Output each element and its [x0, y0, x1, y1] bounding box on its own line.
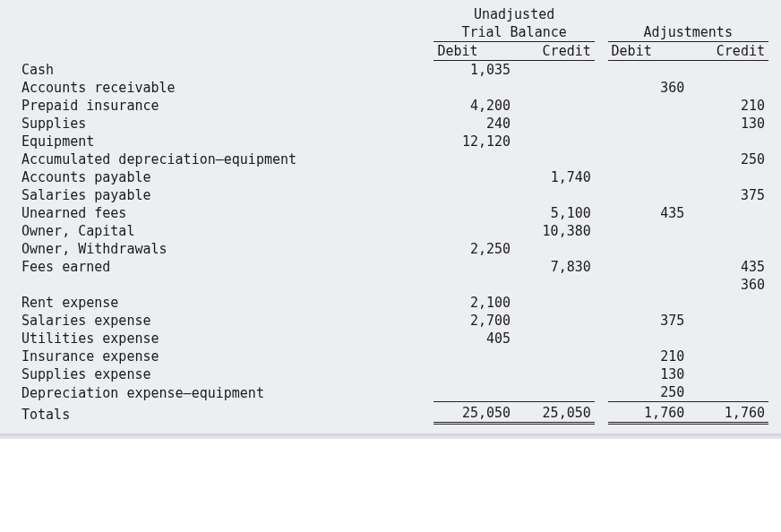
utb-debit	[433, 222, 514, 240]
utb-credit	[514, 97, 595, 115]
bottom-rule	[0, 433, 781, 439]
utb-credit	[514, 133, 595, 150]
account-name: Owner, Capital	[18, 222, 433, 240]
account-name: Utilities expense	[18, 330, 433, 348]
adj-debit	[608, 222, 689, 240]
table-row: Cash1,035	[18, 61, 768, 80]
utb-credit	[514, 240, 595, 258]
table-row: Accounts payable1,740	[18, 168, 768, 186]
account-name: Insurance expense	[18, 348, 433, 365]
utb-credit	[514, 150, 595, 168]
utb-credit	[514, 365, 595, 383]
header-adjustments: Adjustments	[608, 23, 768, 42]
utb-credit	[514, 115, 595, 133]
utb-credit: 1,740	[514, 168, 595, 186]
totals-adj-debit: 1,760	[608, 402, 689, 424]
utb-debit	[433, 168, 514, 186]
table-row: Salaries payable375	[18, 186, 768, 204]
adj-debit: 375	[608, 312, 689, 330]
utb-credit	[514, 186, 595, 204]
table-row: Owner, Withdrawals2,250	[18, 240, 768, 258]
adj-credit	[688, 383, 768, 402]
account-name: Equipment	[18, 133, 433, 150]
account-name: Salaries expense	[18, 312, 433, 330]
utb-debit: 2,100	[433, 294, 514, 312]
table-row: Salaries expense2,700375	[18, 312, 768, 330]
account-name: Fees earned	[18, 258, 433, 276]
col-utb-credit: Credit	[514, 42, 595, 61]
totals-label: Totals	[18, 402, 433, 424]
account-name: Salaries payable	[18, 186, 433, 204]
utb-credit	[514, 330, 595, 348]
adj-credit	[688, 330, 768, 348]
totals-row: Totals 25,050 25,050 1,760 1,760	[18, 402, 768, 424]
utb-debit	[433, 383, 514, 402]
utb-debit	[433, 365, 514, 383]
utb-debit	[433, 276, 514, 294]
account-name: Cash	[18, 61, 433, 80]
adj-debit	[608, 258, 689, 276]
adj-debit: 210	[608, 348, 689, 365]
adj-credit: 360	[688, 276, 768, 294]
table-row: Owner, Capital10,380	[18, 222, 768, 240]
adj-credit: 435	[688, 258, 768, 276]
utb-credit	[514, 294, 595, 312]
adj-credit	[688, 133, 768, 150]
table-row: Equipment12,120	[18, 133, 768, 150]
adj-credit	[688, 348, 768, 365]
utb-credit	[514, 348, 595, 365]
header-unadjusted-2: Trial Balance	[433, 23, 594, 42]
trial-balance-sheet: Unadjusted Trial Balance Adjustments Deb…	[0, 0, 781, 433]
header-row-3: Debit Credit Debit Credit	[18, 42, 768, 61]
header-row-2: Trial Balance Adjustments	[18, 23, 768, 42]
table-row: Depreciation expense—equipment250	[18, 383, 768, 402]
account-name: Owner, Withdrawals	[18, 240, 433, 258]
adj-credit	[688, 365, 768, 383]
adj-debit	[608, 186, 689, 204]
account-name: Supplies	[18, 115, 433, 133]
adj-credit: 130	[688, 115, 768, 133]
adj-credit	[688, 61, 768, 80]
adj-debit	[608, 115, 689, 133]
adj-credit	[688, 312, 768, 330]
totals-utb-credit: 25,050	[514, 402, 595, 424]
utb-debit: 405	[433, 330, 514, 348]
account-name: Accumulated depreciation—equipment	[18, 150, 433, 168]
adj-debit	[608, 330, 689, 348]
table-row: Prepaid insurance4,200210	[18, 97, 768, 115]
adj-credit: 250	[688, 150, 768, 168]
utb-debit: 2,700	[433, 312, 514, 330]
account-name: Prepaid insurance	[18, 97, 433, 115]
utb-credit	[514, 276, 595, 294]
adj-debit	[608, 168, 689, 186]
utb-debit: 2,250	[433, 240, 514, 258]
utb-debit	[433, 79, 514, 97]
adj-debit	[608, 97, 689, 115]
utb-credit: 10,380	[514, 222, 595, 240]
adj-debit: 360	[608, 79, 689, 97]
account-name: Depreciation expense—equipment	[18, 383, 433, 402]
utb-debit: 4,200	[433, 97, 514, 115]
adj-credit	[688, 168, 768, 186]
adj-credit	[688, 79, 768, 97]
utb-debit	[433, 150, 514, 168]
table-row: Unearned fees5,100435	[18, 204, 768, 222]
adj-credit	[688, 240, 768, 258]
header-row-1: Unadjusted	[18, 5, 768, 23]
table-row: Utilities expense405	[18, 330, 768, 348]
adj-credit	[688, 204, 768, 222]
account-name: Rent expense	[18, 294, 433, 312]
header-unadjusted-1: Unadjusted	[433, 5, 594, 23]
utb-debit: 1,035	[433, 61, 514, 80]
adj-debit	[608, 294, 689, 312]
utb-debit	[433, 186, 514, 204]
table-row: Supplies expense130	[18, 365, 768, 383]
adj-debit	[608, 133, 689, 150]
utb-credit	[514, 383, 595, 402]
adj-debit	[608, 150, 689, 168]
col-utb-debit: Debit	[433, 42, 514, 61]
account-name: Accounts receivable	[18, 79, 433, 97]
totals-utb-debit: 25,050	[433, 402, 514, 424]
table-row: Accumulated depreciation—equipment250	[18, 150, 768, 168]
adj-debit: 250	[608, 383, 689, 402]
